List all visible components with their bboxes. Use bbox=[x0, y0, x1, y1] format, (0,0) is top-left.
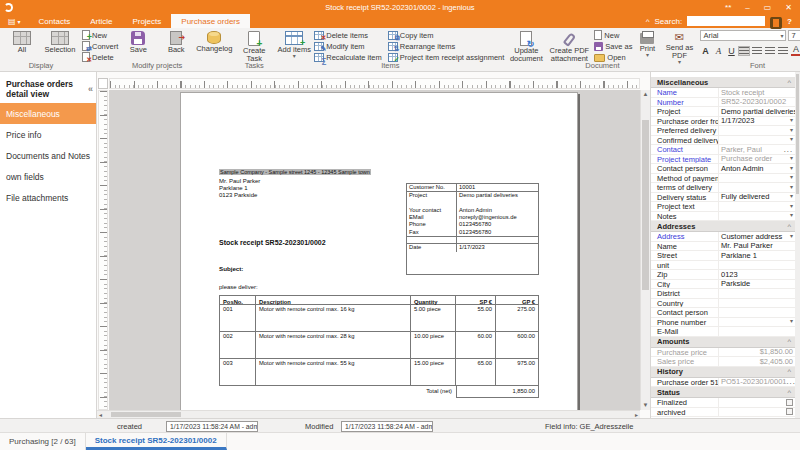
field-row[interactable]: Method of payment ▾ ... bbox=[651, 174, 795, 184]
dropdown-arrow-icon[interactable]: ▾ bbox=[790, 318, 793, 327]
italic-button[interactable]: A bbox=[713, 46, 723, 56]
field-row[interactable]: Project Demo partial deliveries ▾ ... bbox=[651, 107, 795, 117]
field-row[interactable]: Zip 0123 ▾ ... bbox=[651, 270, 795, 280]
field-row[interactable]: Address Customer address ▾ ... bbox=[651, 232, 795, 242]
dropdown-arrow-icon[interactable]: ▾ bbox=[790, 136, 793, 145]
field-value[interactable]: $2,405.00 ▾ ... bbox=[719, 357, 795, 366]
field-value[interactable]: 0123 ▾ ... bbox=[719, 270, 795, 279]
search-input[interactable] bbox=[687, 16, 765, 26]
field-value[interactable]: ▾ ... bbox=[719, 408, 795, 417]
delete-items-button[interactable]: Delete items bbox=[314, 30, 381, 40]
field-value[interactable]: Parkside ▾ ... bbox=[719, 280, 795, 289]
create-pdf-attachment-button[interactable]: Create PDF attachment bbox=[546, 30, 592, 63]
all-button[interactable]: All bbox=[4, 30, 40, 54]
dropdown-arrow-icon[interactable]: ▾ bbox=[790, 155, 793, 164]
scroll-down-icon[interactable]: ▼ bbox=[641, 401, 650, 410]
field-value[interactable]: Mr. Paul Parker ▾ ... bbox=[719, 242, 795, 251]
document-tab[interactable]: Purchasing [2 / 63] bbox=[0, 433, 86, 450]
dropdown-arrow-icon[interactable]: ▾ bbox=[790, 174, 793, 183]
scroll-up-icon[interactable]: ▲ bbox=[641, 90, 650, 99]
collapse-ribbon-button[interactable]: ^ bbox=[646, 17, 650, 26]
dropdown-arrow-icon[interactable]: ▾ bbox=[790, 212, 793, 221]
field-value[interactable]: ▾ ... bbox=[719, 174, 795, 183]
convert-button[interactable]: Convert bbox=[82, 41, 118, 51]
dropdown-arrow-icon[interactable]: ▾ bbox=[790, 232, 793, 241]
sidebar-item[interactable]: File attachments bbox=[0, 187, 96, 208]
ribbon-tab[interactable]: Projects bbox=[122, 14, 171, 28]
field-row[interactable]: Country ▾ ... bbox=[651, 299, 795, 309]
field-row[interactable]: Contact Parker, Paul ▾ ... bbox=[651, 145, 795, 155]
minimize-button[interactable]: – bbox=[745, 3, 749, 12]
bold-button[interactable]: A bbox=[700, 46, 710, 56]
font-family-select[interactable]: Arial▾ bbox=[700, 30, 786, 41]
sidebar-item[interactable]: Documents and Notes bbox=[0, 145, 96, 166]
create-task-button[interactable]: Create Task bbox=[236, 30, 272, 63]
checkbox[interactable] bbox=[786, 408, 793, 415]
sidebar-item[interactable]: Miscellaneous bbox=[0, 103, 96, 124]
field-value[interactable]: Stock receipt ▾ ... bbox=[719, 88, 795, 97]
field-value[interactable]: $1,850.00 ▾ ... bbox=[719, 348, 795, 357]
close-button[interactable]: ✕ bbox=[785, 3, 792, 12]
align-right-button[interactable] bbox=[765, 47, 775, 55]
field-value[interactable]: 1/17/2023 ▾ ... bbox=[719, 117, 795, 126]
ribbon-tab[interactable]: Purchase orders bbox=[171, 14, 250, 28]
field-value[interactable]: ▾ ... bbox=[719, 299, 795, 308]
field-row[interactable]: Project template Purchase order ▾ ... bbox=[651, 155, 795, 165]
field-row[interactable]: Preferred delivery date ▾ ... bbox=[651, 126, 795, 136]
rearrange-items-button[interactable]: Rearrange items bbox=[388, 41, 505, 51]
field-row[interactable]: terms of delivery ▾ ... bbox=[651, 183, 795, 193]
section-header[interactable]: History bbox=[651, 367, 795, 378]
new-document-button[interactable]: New bbox=[594, 30, 632, 40]
field-row[interactable]: archived ▾ ... bbox=[651, 408, 795, 418]
changelog-button[interactable]: Changelog bbox=[196, 30, 232, 53]
horizontal-scrollbar[interactable]: ◂ ▸ bbox=[97, 410, 640, 418]
font-size-select[interactable]: 7▾ bbox=[788, 30, 800, 41]
field-value[interactable]: ▾ ... bbox=[719, 318, 795, 327]
dropdown-arrow-icon[interactable]: ▾ bbox=[790, 126, 793, 135]
sidebar-item[interactable]: own fields bbox=[0, 166, 96, 187]
document-tab[interactable]: Stock receipt SR52-202301/0002 bbox=[86, 433, 227, 450]
ellipsis-button[interactable]: ... bbox=[784, 145, 793, 154]
ellipsis-button[interactable]: ... bbox=[786, 378, 795, 387]
field-value[interactable]: ▾ ... bbox=[719, 308, 795, 317]
dropdown-arrow-icon[interactable]: ▾ bbox=[790, 164, 793, 173]
font-color-button[interactable]: A bbox=[791, 45, 800, 56]
checkbox[interactable] bbox=[786, 399, 793, 406]
field-value[interactable]: ▾ ... bbox=[719, 327, 795, 336]
field-value[interactable]: PO51-202301/0001 ▾ ... bbox=[719, 378, 795, 387]
field-value[interactable]: Fully delivered ▾ ... bbox=[719, 193, 795, 202]
field-value[interactable]: Purchase order ▾ ... bbox=[719, 155, 795, 164]
field-row[interactable]: Contact person ▾ ... bbox=[651, 308, 795, 318]
field-row[interactable]: City Parkside ▾ ... bbox=[651, 280, 795, 290]
dropdown-arrow-icon[interactable]: ▾ bbox=[790, 117, 793, 126]
add-items-button[interactable]: Add items▾ bbox=[276, 30, 312, 59]
field-row[interactable]: Project text ▾ ... bbox=[651, 202, 795, 212]
field-value[interactable]: Demo partial deliveries ▾ ... bbox=[719, 107, 795, 116]
binoculars-search-icon[interactable] bbox=[770, 17, 782, 25]
field-value[interactable]: ▾ ... bbox=[719, 261, 795, 270]
ribbon-tab[interactable]: Contacts bbox=[29, 14, 81, 28]
field-row[interactable]: Finalized ▾ ... bbox=[651, 398, 795, 408]
section-header[interactable]: Addresses bbox=[651, 221, 795, 232]
field-value[interactable]: ▾ ... bbox=[719, 289, 795, 298]
field-row[interactable]: Phone number ▾ ... bbox=[651, 318, 795, 328]
align-center-button[interactable] bbox=[752, 47, 762, 55]
dropdown-arrow-icon[interactable]: ▾ bbox=[790, 193, 793, 202]
section-header[interactable]: Status bbox=[651, 387, 795, 398]
back-button[interactable]: Back bbox=[158, 30, 194, 54]
field-row[interactable]: Contact person Anton Admin ▾ ... bbox=[651, 164, 795, 174]
field-value[interactable]: Anton Admin ▾ ... bbox=[719, 164, 795, 173]
field-value[interactable]: Parker, Paul ▾ ... bbox=[719, 145, 795, 154]
field-value[interactable]: Customer address ▾ ... bbox=[719, 232, 795, 241]
field-value[interactable]: ▾ ... bbox=[719, 136, 795, 145]
field-row[interactable]: Name Mr. Paul Parker ▾ ... bbox=[651, 242, 795, 252]
scrollbar-thumb[interactable] bbox=[796, 74, 799, 194]
print-button[interactable]: Print▾ bbox=[634, 30, 660, 58]
maximize-button[interactable]: ▭ bbox=[764, 3, 772, 12]
field-value[interactable]: ▾ ... bbox=[719, 202, 795, 211]
field-value[interactable]: ▾ ... bbox=[719, 212, 795, 221]
selection-button[interactable]: Selection bbox=[42, 30, 78, 54]
field-value[interactable]: ▾ ... bbox=[719, 183, 795, 192]
align-justify-button[interactable] bbox=[778, 47, 788, 55]
send-as-pdf-button[interactable]: ✉Send as PDF▾ bbox=[662, 30, 696, 65]
